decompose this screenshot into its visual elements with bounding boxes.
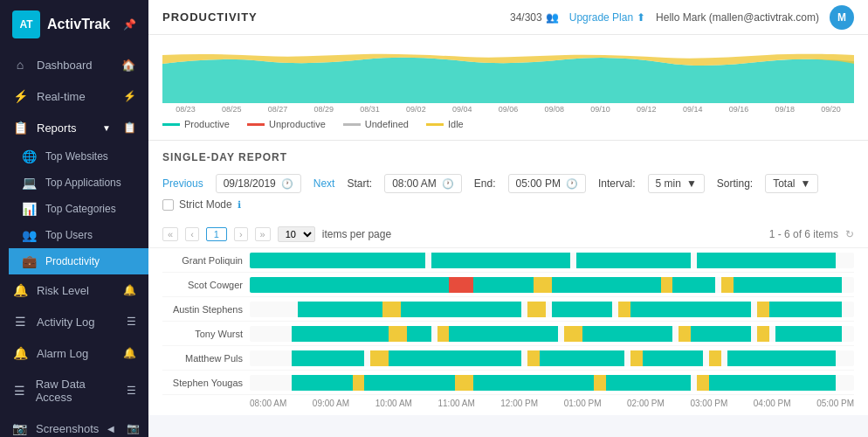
reports-chevron: ▼ [102,123,111,133]
sidebar-item-dashboard[interactable]: ⌂ Dashboard 🏠 [0,49,148,80]
sidebar-item-label: Screenshots [36,422,99,435]
screenshots-icon: 📷 [12,421,27,435]
gantt-bar-idle4 [697,253,715,268]
prev-page-button[interactable]: ‹ [185,227,199,241]
sidebar-item-raw-data[interactable]: ☰ Raw Data Access ☰ [0,369,148,413]
sidebar-item-top-websites[interactable]: 🌐 Top Websites [9,143,148,170]
refresh-button[interactable]: ↻ [845,228,854,240]
productive-color [162,123,180,126]
idle-label: Idle [448,119,464,129]
interval-select[interactable]: 5 min ▼ [648,174,705,193]
sidebar-item-screenshots[interactable]: 📷 Screenshots ◀ 📷 [0,413,148,437]
sidebar-item-top-categories[interactable]: 📊 Top Categories [9,196,148,222]
end-time-field[interactable]: 05:00 PM 🕐 [508,174,586,193]
info-icon[interactable]: ℹ [238,199,241,211]
sorting-select[interactable]: Total ▼ [765,174,818,193]
main-content: PRODUCTIVITY 34/303 👥 Upgrade Plan ⬆ Hel… [148,0,868,437]
per-page-select[interactable]: 10 25 50 [278,226,315,242]
user-label: Tony Wurst [162,329,250,339]
gantt-bar-area [250,350,854,366]
gantt-bar-idle [594,375,606,391]
upgrade-button[interactable]: Upgrade Plan ⬆ [569,11,645,24]
gantt-bar [407,326,431,342]
productive-label: Productive [184,119,230,129]
pin-icon[interactable]: 📌 [123,18,136,31]
time-labels: 08:00 AM 09:00 AM 10:00 AM 11:00 AM 12:0… [250,399,854,408]
gantt-bar-productive2 [364,253,424,268]
gantt-bar-idle [353,375,365,391]
time-label: 03:00 PM [690,399,727,408]
end-label: End: [474,177,496,190]
gantt-bar-area [250,326,854,342]
gantt-bar-idle [721,277,734,293]
legend-idle: Idle [426,119,464,129]
time-label: 05:00 PM [816,399,854,408]
gantt-bar-area [250,253,854,268]
sidebar-item-productivity[interactable]: 💼 Productivity [9,248,148,274]
gantt-bar-idle [527,350,540,366]
first-page-button[interactable]: « [162,227,178,241]
home-icon: ⌂ [12,58,28,72]
undefined-label: Undefined [365,119,409,129]
gantt-bar [775,326,842,342]
sidebar-item-top-users[interactable]: 👥 Top Users [9,222,148,248]
sidebar-item-risk-level[interactable]: 🔔 Risk Level 🔔 [0,274,148,306]
sidebar-item-top-applications[interactable]: 💻 Top Applications [9,170,148,196]
gantt-bar-idle [661,277,673,293]
clock-icon: 🕐 [281,178,293,190]
next-page-button[interactable]: › [234,227,248,241]
sidebar-item-label: Activity Log [37,316,94,329]
screenshots-nav-icon: 📷 [127,422,140,434]
table-row: Tony Wurst [162,322,854,346]
table-row: Grant Poliquin [162,248,854,273]
gantt-bar [552,277,661,293]
gantt-bar-idle [757,326,769,342]
report-section: SINGLE-DAY REPORT Previous 09/18/2019 🕐 … [148,141,868,221]
per-page-label: items per page [322,228,391,240]
next-button[interactable]: Next [313,177,335,190]
sorting-chevron: ▼ [801,177,811,190]
gantt-bar-idle [382,302,401,317]
pagination-row: « ‹ 1 › » 10 25 50 items per page 1 - 6 … [148,221,868,248]
gantt-bar-idle3 [576,253,601,268]
last-page-button[interactable]: » [255,227,271,241]
sidebar-item-realtime[interactable]: ⚡ Real-time ⚡ [0,80,148,112]
sidebar-sub-reports: 🌐 Top Websites 💻 Top Applications 📊 Top … [0,143,148,274]
alarm-nav-icon: 🔔 [123,347,136,359]
gantt-bar-productive3 [449,253,569,268]
sidebar-item-reports[interactable]: 📋 Reports ▼ 📋 [0,112,148,143]
avatar[interactable]: M [830,5,854,30]
realtime-nav-icon: ⚡ [123,90,136,102]
gantt-bar-productive5 [715,253,836,268]
sidebar-item-activity-log[interactable]: ☰ Activity Log ☰ [0,306,148,337]
gantt-bar [292,326,389,342]
start-clock-icon: 🕐 [442,178,454,190]
reports-icon: 📋 [12,121,28,135]
timeline-svg [162,51,854,103]
gantt-bar [769,302,842,317]
strict-mode-checkbox[interactable] [162,199,174,211]
gantt-bar [449,326,558,342]
date-axis: 08/23 08/25 08/27 08/29 08/31 09/02 09/0… [162,103,854,115]
realtime-icon: ⚡ [12,89,28,103]
date-field[interactable]: 09/18/2019 🕐 [216,174,301,193]
top-chart-area: 08/23 08/25 08/27 08/29 08/31 09/02 09/0… [148,35,868,141]
current-page[interactable]: 1 [206,227,227,241]
productivity-icon: 💼 [21,254,37,268]
gantt-bar [606,375,691,391]
table-row: Matthew Puls [162,346,854,371]
gantt-bar-idle [437,326,450,342]
prev-button[interactable]: Previous [162,177,203,190]
start-time-field[interactable]: 08:00 AM 🕐 [384,174,462,193]
gantt-bar [298,302,382,317]
sidebar-item-alarm-log[interactable]: 🔔 Alarm Log 🔔 [0,337,148,369]
logo-area: AT ActivTrak 📌 [0,0,148,49]
gantt-bar [473,277,534,293]
gantt-bar-idle [757,302,769,317]
legend-unproductive: Unproductive [247,119,326,129]
gantt-bar [292,375,352,391]
alarm-icon: 🔔 [12,346,28,360]
gantt-bar [250,277,322,293]
legend-productive: Productive [162,119,230,129]
gantt-bar [341,277,450,293]
